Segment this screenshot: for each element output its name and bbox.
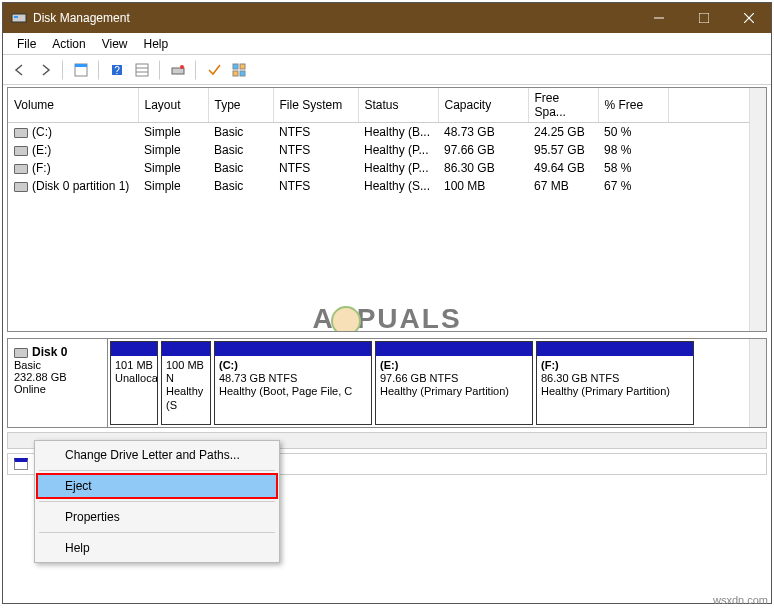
back-button[interactable]	[9, 59, 31, 81]
partition-bar	[111, 342, 157, 356]
table-row[interactable]: (F:)SimpleBasicNTFSHealthy (P...86.30 GB…	[8, 159, 766, 177]
toolbar-separator	[159, 60, 161, 80]
minimize-button[interactable]	[636, 3, 681, 33]
table-row[interactable]: (Disk 0 partition 1)SimpleBasicNTFSHealt…	[8, 177, 766, 195]
volume-list-pane[interactable]: Volume Layout Type File System Status Ca…	[7, 87, 767, 332]
column-headers[interactable]: Volume Layout Type File System Status Ca…	[8, 88, 766, 123]
drive-icon	[14, 128, 28, 138]
menu-file[interactable]: File	[9, 37, 44, 51]
col-capacity[interactable]: Capacity	[438, 88, 528, 123]
disk-type: Basic	[14, 359, 41, 371]
disk-icon	[14, 348, 28, 358]
graphical-view-pane[interactable]: Disk 0 Basic 232.88 GB Online 101 MBUnal…	[7, 338, 767, 428]
partition-block[interactable]: 100 MB NHealthy (S	[161, 341, 211, 425]
table-row[interactable]: (E:)SimpleBasicNTFSHealthy (P...97.66 GB…	[8, 141, 766, 159]
disk-name: Disk 0	[32, 345, 67, 359]
titlebar[interactable]: Disk Management	[3, 3, 771, 33]
toolbar-separator	[195, 60, 197, 80]
drive-icon	[14, 182, 28, 192]
forward-button[interactable]	[34, 59, 56, 81]
toolbar-view-icon[interactable]	[70, 59, 92, 81]
source-watermark: wsxdn.com	[713, 594, 768, 606]
partition-block[interactable]: (F:)86.30 GB NTFSHealthy (Primary Partit…	[536, 341, 694, 425]
partition-bar	[215, 342, 371, 356]
partition-bar	[162, 342, 210, 356]
disk-size: 232.88 GB	[14, 371, 67, 383]
volume-table: Volume Layout Type File System Status Ca…	[8, 88, 766, 195]
svg-point-14	[180, 65, 184, 69]
disk-state: Online	[14, 383, 46, 395]
svg-rect-7	[75, 64, 87, 67]
help-icon[interactable]: ?	[106, 59, 128, 81]
svg-rect-3	[699, 13, 709, 23]
toolbar: ?	[3, 55, 771, 85]
context-menu: Change Drive Letter and Paths... Eject P…	[34, 440, 280, 563]
svg-rect-1	[14, 16, 18, 18]
ctx-change-letter[interactable]: Change Drive Letter and Paths...	[37, 443, 277, 467]
toolbar-separator	[98, 60, 100, 80]
ctx-eject[interactable]: Eject	[37, 474, 277, 498]
col-free[interactable]: Free Spa...	[528, 88, 598, 123]
col-volume[interactable]: Volume	[8, 88, 138, 123]
scrollbar-vertical[interactable]	[749, 88, 766, 331]
menu-view[interactable]: View	[94, 37, 136, 51]
close-button[interactable]	[726, 3, 771, 33]
menu-action[interactable]: Action	[44, 37, 93, 51]
disk-label[interactable]: Disk 0 Basic 232.88 GB Online	[8, 339, 108, 427]
menu-separator	[39, 532, 275, 533]
legend-box-icon	[14, 458, 28, 470]
col-fs[interactable]: File System	[273, 88, 358, 123]
toolbar-grid-icon[interactable]	[228, 59, 250, 81]
partition-block[interactable]: (E:)97.66 GB NTFSHealthy (Primary Partit…	[375, 341, 533, 425]
menu-separator	[39, 470, 275, 471]
drive-icon	[14, 146, 28, 156]
watermark-face-icon	[331, 306, 361, 332]
drive-icon	[14, 164, 28, 174]
partition-block[interactable]: (C:)48.73 GB NTFSHealthy (Boot, Page Fil…	[214, 341, 372, 425]
window-title: Disk Management	[33, 11, 636, 25]
svg-text:?: ?	[114, 65, 120, 76]
toolbar-action-icon[interactable]	[167, 59, 189, 81]
svg-rect-10	[136, 64, 148, 76]
menu-separator	[39, 501, 275, 502]
svg-rect-16	[240, 64, 245, 69]
menubar: File Action View Help	[3, 33, 771, 55]
table-row[interactable]: (C:)SimpleBasicNTFSHealthy (B...48.73 GB…	[8, 123, 766, 142]
col-pct[interactable]: % Free	[598, 88, 668, 123]
menu-help[interactable]: Help	[136, 37, 177, 51]
watermark: APUALS	[8, 303, 766, 332]
toolbar-separator	[62, 60, 64, 80]
partition-block[interactable]: 101 MBUnallocat	[110, 341, 158, 425]
toolbar-check-icon[interactable]	[203, 59, 225, 81]
col-status[interactable]: Status	[358, 88, 438, 123]
app-icon	[11, 10, 27, 26]
toolbar-list-icon[interactable]	[131, 59, 153, 81]
partition-bar	[537, 342, 693, 356]
partition-map: 101 MBUnallocat100 MB NHealthy (S(C:)48.…	[108, 339, 766, 427]
partition-bar	[376, 342, 532, 356]
svg-rect-15	[233, 64, 238, 69]
ctx-help[interactable]: Help	[37, 536, 277, 560]
col-type[interactable]: Type	[208, 88, 273, 123]
maximize-button[interactable]	[681, 3, 726, 33]
svg-rect-18	[240, 71, 245, 76]
scrollbar-vertical[interactable]	[749, 339, 766, 427]
col-layout[interactable]: Layout	[138, 88, 208, 123]
svg-rect-17	[233, 71, 238, 76]
ctx-properties[interactable]: Properties	[37, 505, 277, 529]
